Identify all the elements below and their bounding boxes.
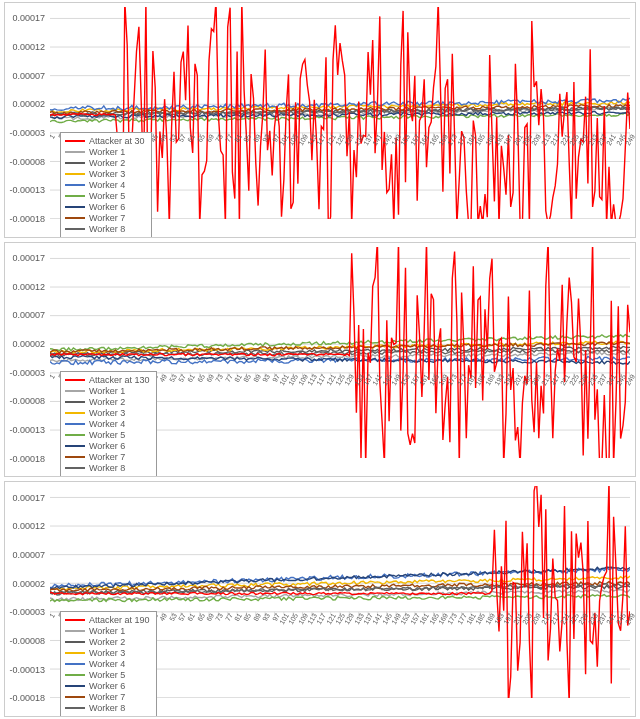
legend-swatch-icon — [65, 151, 85, 153]
legend-swatch-icon — [65, 140, 85, 142]
y-tick-label: 0.00017 — [12, 493, 45, 503]
x-tick-label: 85 — [243, 612, 253, 622]
legend-label: Worker 4 — [89, 180, 125, 190]
legend-label: Worker 4 — [89, 419, 125, 429]
legend-label: Worker 1 — [89, 147, 125, 157]
legend-label: Worker 2 — [89, 637, 125, 647]
legend-item: Worker 7 — [65, 452, 150, 462]
x-tick-label: 65 — [196, 373, 206, 383]
x-tick-label: 65 — [196, 612, 206, 622]
legend-swatch-icon — [65, 674, 85, 676]
y-tick-label: -0.00013 — [9, 665, 45, 675]
legend-item: Worker 1 — [65, 147, 145, 157]
legend-item: Worker 1 — [65, 386, 150, 396]
legend-item: Worker 2 — [65, 397, 150, 407]
legend-item: Worker 3 — [65, 648, 150, 658]
page: -0.00018-0.00013-0.00008-0.000030.000020… — [0, 0, 640, 719]
y-tick-label: 0.00012 — [12, 42, 45, 52]
legend-item: Attacker at 190 — [65, 615, 150, 625]
legend-swatch-icon — [65, 206, 85, 208]
legend-swatch-icon — [65, 195, 85, 197]
legend-item: Worker 8 — [65, 463, 150, 473]
x-tick-label: 49 — [158, 373, 168, 383]
legend-item: Worker 2 — [65, 158, 145, 168]
legend-label: Worker 5 — [89, 430, 125, 440]
legend-label: Worker 2 — [89, 158, 125, 168]
legend: Attacker at 30Worker 1Worker 2Worker 3Wo… — [60, 132, 152, 238]
x-tick-label: 73 — [214, 133, 224, 143]
legend-item: Worker 2 — [65, 637, 150, 647]
legend-swatch-icon — [65, 619, 85, 621]
legend-label: Worker 7 — [89, 213, 125, 223]
x-tick-label: 73 — [214, 612, 224, 622]
x-tick-label: 53 — [168, 373, 178, 383]
legend-swatch-icon — [65, 390, 85, 392]
y-tick-label: -0.00018 — [9, 214, 45, 224]
legend-label: Worker 8 — [89, 463, 125, 473]
legend-label: Worker 3 — [89, 169, 125, 179]
legend-item: Worker 3 — [65, 408, 150, 418]
legend-item: Worker 7 — [65, 213, 145, 223]
y-axis: -0.00018-0.00013-0.00008-0.000030.000020… — [5, 486, 47, 698]
x-tick-label: 77 — [224, 373, 234, 383]
y-tick-label: 0.00002 — [12, 579, 45, 589]
y-tick-label: 0.00017 — [12, 13, 45, 23]
chart-3: -0.00018-0.00013-0.00008-0.000030.000020… — [4, 481, 636, 717]
x-tick-label: 93 — [261, 612, 271, 622]
legend-item: Worker 5 — [65, 670, 150, 680]
x-tick-label: 1 — [48, 612, 56, 619]
legend-item: Worker 6 — [65, 202, 145, 212]
y-tick-label: 0.00002 — [12, 339, 45, 349]
x-tick-label: 65 — [196, 133, 206, 143]
legend-swatch-icon — [65, 228, 85, 230]
x-tick-label: 85 — [243, 373, 253, 383]
legend-label: Worker 6 — [89, 441, 125, 451]
x-tick-label: 73 — [214, 373, 224, 383]
y-tick-label: -0.00018 — [9, 693, 45, 703]
chart-2: -0.00018-0.00013-0.00008-0.000030.000020… — [4, 242, 636, 478]
y-tick-label: 0.00007 — [12, 71, 45, 81]
legend-swatch-icon — [65, 184, 85, 186]
legend-swatch-icon — [65, 707, 85, 709]
x-tick-label: 61 — [186, 133, 196, 143]
legend-label: Attacker at 130 — [89, 375, 150, 385]
legend-label: Worker 6 — [89, 681, 125, 691]
y-tick-label: -0.00008 — [9, 157, 45, 167]
legend-item: Worker 4 — [65, 659, 150, 669]
x-tick-label: 61 — [186, 373, 196, 383]
legend-item: Worker 8 — [65, 703, 150, 713]
legend-swatch-icon — [65, 641, 85, 643]
legend-label: Worker 7 — [89, 452, 125, 462]
legend-label: Worker 7 — [89, 692, 125, 702]
legend: Attacker at 190Worker 1Worker 2Worker 3W… — [60, 611, 157, 717]
legend-label: Attacker at 190 — [89, 615, 150, 625]
x-tick-label: 61 — [186, 612, 196, 622]
legend-label: Worker 5 — [89, 670, 125, 680]
legend-item: Attacker at 30 — [65, 136, 145, 146]
y-tick-label: 0.00017 — [12, 253, 45, 263]
y-tick-label: 0.00012 — [12, 521, 45, 531]
x-tick-label: 53 — [168, 133, 178, 143]
legend-item: Worker 6 — [65, 681, 150, 691]
legend-label: Worker 1 — [89, 626, 125, 636]
legend-label: Attacker at 30 — [89, 136, 145, 146]
legend-item: Worker 7 — [65, 692, 150, 702]
y-tick-label: 0.00007 — [12, 550, 45, 560]
legend-item: Worker 1 — [65, 626, 150, 636]
y-tick-label: -0.00008 — [9, 636, 45, 646]
x-tick-label: 49 — [158, 133, 168, 143]
y-tick-label: 0.00012 — [12, 282, 45, 292]
legend-swatch-icon — [65, 467, 85, 469]
legend-swatch-icon — [65, 445, 85, 447]
y-axis: -0.00018-0.00013-0.00008-0.000030.000020… — [5, 7, 47, 219]
y-tick-label: -0.00013 — [9, 425, 45, 435]
y-tick-label: 0.00002 — [12, 99, 45, 109]
legend-label: Worker 6 — [89, 202, 125, 212]
legend-item: Worker 8 — [65, 224, 145, 234]
y-tick-label: -0.00003 — [9, 607, 45, 617]
legend-label: Worker 2 — [89, 397, 125, 407]
legend-swatch-icon — [65, 423, 85, 425]
legend-swatch-icon — [65, 217, 85, 219]
legend-item: Worker 5 — [65, 191, 145, 201]
legend-item: Worker 5 — [65, 430, 150, 440]
